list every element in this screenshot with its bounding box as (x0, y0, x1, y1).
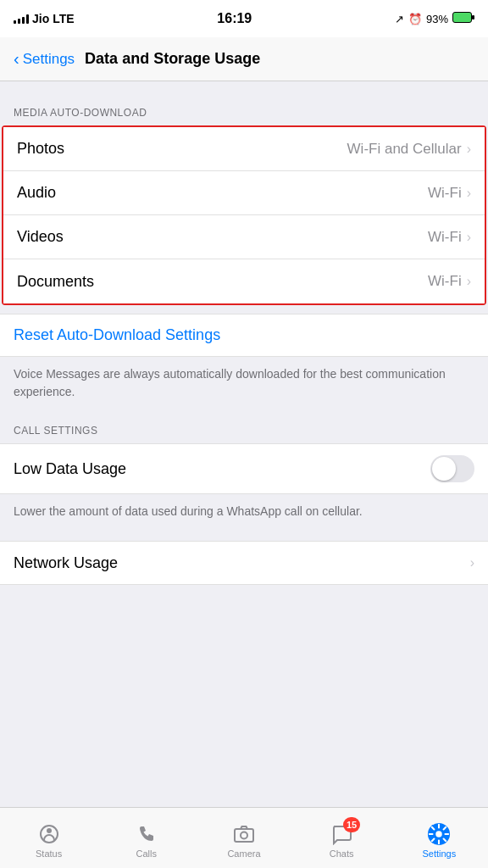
nav-bar: ‹ Settings Data and Storage Usage (0, 37, 488, 81)
back-button[interactable]: ‹ Settings (14, 51, 75, 68)
tab-settings[interactable]: Settings (401, 817, 477, 859)
toggle-knob (432, 457, 456, 481)
camera-tab-icon (232, 822, 256, 846)
tab-status[interactable]: Status (11, 817, 87, 859)
documents-label: Documents (17, 273, 94, 291)
svg-rect-1 (472, 15, 474, 19)
svg-rect-0 (453, 13, 472, 23)
media-auto-download-section: Photos Wi-Fi and Cellular › Audio Wi-Fi … (2, 125, 486, 305)
settings-tab-label: Settings (422, 849, 456, 859)
camera-tab-label: Camera (227, 849, 260, 859)
videos-value-container: Wi-Fi › (428, 229, 471, 246)
svg-rect-4 (235, 829, 253, 842)
low-data-usage-toggle[interactable] (430, 455, 474, 482)
network-type: LTE (53, 12, 74, 25)
media-auto-download-list: Photos Wi-Fi and Cellular › Audio Wi-Fi … (3, 127, 485, 303)
chats-tab-label: Chats (330, 849, 354, 859)
svg-point-7 (436, 831, 442, 837)
calls-tab-icon (135, 822, 158, 846)
photos-chevron-icon: › (467, 142, 471, 156)
low-data-usage-info: Lower the amount of data used during a W… (0, 494, 488, 532)
battery-icon (452, 12, 474, 25)
svg-point-3 (47, 828, 52, 833)
reset-auto-download-button[interactable]: Reset Auto-Download Settings (0, 314, 488, 357)
carrier-label: Jio (32, 12, 49, 25)
back-label: Settings (23, 51, 75, 68)
location-icon: ↗ (395, 13, 404, 25)
signal-icon (14, 14, 29, 24)
documents-chevron-icon: › (467, 275, 471, 288)
calls-tab-label: Calls (136, 849, 157, 859)
call-settings-header: CALL SETTINGS (0, 413, 488, 443)
photos-value-container: Wi-Fi and Cellular › (347, 141, 471, 158)
status-time: 16:19 (217, 11, 252, 26)
status-tab-icon (37, 822, 61, 846)
tab-bar: Status Calls Camera 15 Chats (0, 807, 488, 868)
photos-label: Photos (17, 140, 64, 158)
low-data-usage-row[interactable]: Low Data Usage (0, 443, 488, 494)
media-auto-download-header: MEDIA AUTO-DOWNLOAD (0, 102, 488, 125)
status-tab-label: Status (36, 849, 62, 859)
carrier-info: Jio LTE (14, 12, 75, 25)
back-chevron-icon: ‹ (14, 50, 19, 67)
videos-chevron-icon: › (467, 231, 471, 244)
videos-row[interactable]: Videos Wi-Fi › (3, 215, 485, 259)
alarm-icon: ⏰ (408, 13, 422, 25)
chats-badge: 15 (343, 817, 360, 832)
low-data-usage-label: Low Data Usage (14, 460, 126, 478)
status-bar: Jio LTE 16:19 ↗ ⏰ 93% (0, 0, 488, 37)
voice-message-info: Voice Messages are always automatically … (0, 357, 488, 413)
tab-calls[interactable]: Calls (108, 817, 185, 859)
photos-value: Wi-Fi and Cellular (347, 141, 462, 158)
battery-percent: 93% (426, 13, 448, 25)
tab-camera[interactable]: Camera (206, 817, 282, 859)
documents-value-container: Wi-Fi › (428, 273, 471, 290)
chats-tab-icon: 15 (330, 822, 353, 846)
network-usage-row[interactable]: Network Usage › (0, 541, 488, 585)
settings-tab-icon (427, 822, 451, 846)
main-content: MEDIA AUTO-DOWNLOAD Photos Wi-Fi and Cel… (0, 81, 488, 653)
audio-value-container: Wi-Fi › (428, 185, 471, 202)
svg-point-5 (241, 832, 247, 839)
audio-value: Wi-Fi (428, 185, 462, 202)
photos-row[interactable]: Photos Wi-Fi and Cellular › (3, 127, 485, 171)
network-usage-chevron-icon: › (470, 556, 474, 570)
videos-label: Videos (17, 228, 64, 246)
page-title: Data and Storage Usage (85, 50, 260, 68)
tab-chats[interactable]: 15 Chats (303, 817, 380, 859)
network-usage-label: Network Usage (14, 554, 118, 572)
audio-label: Audio (17, 184, 56, 202)
audio-chevron-icon: › (467, 186, 471, 200)
status-indicators: ↗ ⏰ 93% (395, 12, 474, 25)
audio-row[interactable]: Audio Wi-Fi › (3, 171, 485, 215)
documents-value: Wi-Fi (428, 273, 462, 290)
documents-row[interactable]: Documents Wi-Fi › (3, 259, 485, 303)
videos-value: Wi-Fi (428, 229, 462, 246)
